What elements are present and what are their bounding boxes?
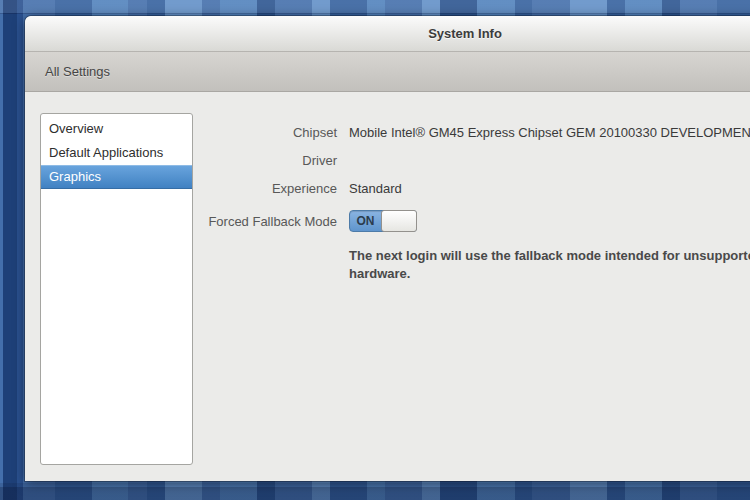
content-area: Overview Default Applications Graphics C…	[25, 92, 750, 480]
experience-value: Standard	[349, 181, 402, 196]
fallback-note-line1: The next login will use the fallback mod…	[349, 247, 750, 265]
titlebar[interactable]: System Info	[25, 16, 750, 52]
chipset-value: Mobile Intel® GM45 Express Chipset GEM 2…	[349, 125, 750, 140]
window-title: System Info	[428, 26, 502, 41]
chipset-row: Chipset Mobile Intel® GM45 Express Chips…	[25, 123, 750, 141]
forced-fallback-row: Forced Fallback Mode ON	[25, 210, 417, 232]
fallback-note-line2: hardware.	[349, 265, 750, 283]
all-settings-button[interactable]: All Settings	[45, 64, 110, 79]
chipset-label: Chipset	[25, 125, 337, 140]
fallback-note: The next login will use the fallback mod…	[349, 247, 750, 283]
system-info-window: System Info All Settings Overview Defaul…	[25, 16, 750, 481]
driver-label: Driver	[25, 153, 337, 168]
forced-fallback-label: Forced Fallback Mode	[25, 214, 337, 229]
driver-row: Driver	[25, 151, 349, 169]
forced-fallback-switch[interactable]: ON	[349, 210, 417, 232]
switch-state-label: ON	[350, 211, 381, 231]
toolbar: All Settings	[25, 52, 750, 92]
experience-label: Experience	[25, 181, 337, 196]
switch-knob	[381, 210, 417, 232]
experience-row: Experience Standard	[25, 179, 402, 197]
graphics-panel: Chipset Mobile Intel® GM45 Express Chips…	[25, 92, 750, 480]
